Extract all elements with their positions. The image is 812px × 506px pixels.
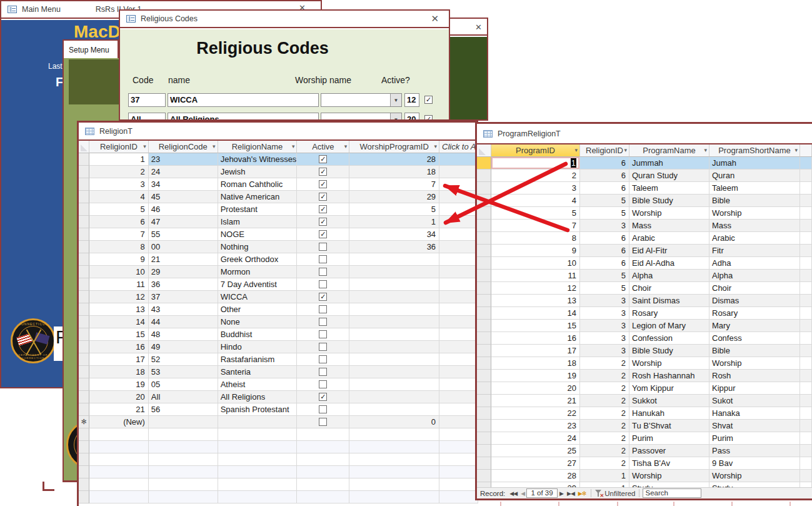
cell[interactable]: Rosary xyxy=(629,307,709,320)
row-selector[interactable] xyxy=(477,382,491,395)
cell[interactable]: 13 xyxy=(491,295,580,307)
cell[interactable]: Alpha xyxy=(629,270,709,282)
active-checkbox[interactable] xyxy=(319,355,327,363)
cell[interactable] xyxy=(439,228,478,241)
table-row[interactable]: 1444None xyxy=(79,316,478,328)
column-header[interactable]: ReligionID▾ xyxy=(89,141,149,153)
cell[interactable]: Bible Study xyxy=(629,345,709,357)
row-selector[interactable] xyxy=(79,366,89,378)
table-row[interactable]: 1853Santeria xyxy=(79,366,478,378)
active-checkbox[interactable] xyxy=(319,368,327,376)
active-checkbox[interactable] xyxy=(319,330,327,338)
row-selector[interactable] xyxy=(79,316,89,328)
cell[interactable]: 28 xyxy=(349,153,439,166)
cell[interactable]: 9 xyxy=(89,253,149,266)
row-selector[interactable] xyxy=(79,478,89,491)
cell[interactable]: Worship xyxy=(709,357,800,370)
cell[interactable]: 18 xyxy=(491,357,580,370)
name-field[interactable]: All Religions xyxy=(168,113,319,121)
cell[interactable]: Arabic xyxy=(629,232,709,245)
row-selector[interactable] xyxy=(79,453,89,466)
row-selector[interactable] xyxy=(79,228,89,241)
cell[interactable]: 34 xyxy=(349,228,439,241)
cell[interactable] xyxy=(349,441,439,453)
active-checkbox[interactable]: ✓ xyxy=(424,96,433,104)
cell[interactable] xyxy=(349,353,439,366)
table-row[interactable]: 106Eid Al-AdhaAdha xyxy=(477,257,812,270)
cell[interactable] xyxy=(349,341,439,353)
table-row[interactable]: 11367 Day Adventist xyxy=(79,278,478,291)
cell[interactable] xyxy=(800,470,812,482)
cell[interactable] xyxy=(349,328,439,341)
cell[interactable]: 13 xyxy=(89,303,149,316)
cell[interactable] xyxy=(149,453,218,466)
table-row[interactable]: ✻(New)0 xyxy=(79,416,478,428)
table-row[interactable]: 222HanukahHanaka xyxy=(477,407,812,420)
cell[interactable] xyxy=(297,328,349,341)
cell[interactable]: Hindo xyxy=(218,341,298,353)
worship-name-combo[interactable]: ▼ xyxy=(321,93,402,107)
row-selector[interactable] xyxy=(477,245,491,257)
cell[interactable]: 2 xyxy=(580,457,629,470)
cell[interactable]: 5 xyxy=(580,282,629,295)
cell[interactable]: Taleem xyxy=(629,182,709,195)
cell[interactable] xyxy=(297,303,349,316)
cell[interactable]: 34 xyxy=(149,178,218,191)
cell[interactable]: 9 xyxy=(491,245,580,257)
cell[interactable] xyxy=(800,407,812,420)
cell[interactable] xyxy=(297,341,349,353)
column-header[interactable]: ProgramID▾ xyxy=(491,144,580,157)
cell[interactable]: 2 xyxy=(580,370,629,382)
row-selector[interactable] xyxy=(477,182,491,195)
cell[interactable]: 2 xyxy=(580,382,629,395)
search-input[interactable]: Search xyxy=(643,488,701,498)
cell[interactable]: Saint Dismas xyxy=(629,295,709,307)
cell[interactable] xyxy=(297,241,349,253)
cell[interactable]: 17 xyxy=(89,353,149,366)
cell[interactable]: 5 xyxy=(580,195,629,207)
cell[interactable] xyxy=(800,357,812,370)
name-field[interactable]: WICCA xyxy=(168,93,319,107)
cell[interactable]: 1 xyxy=(580,482,629,487)
cell[interactable]: Quran xyxy=(709,170,800,182)
cell[interactable] xyxy=(439,366,478,378)
cell[interactable]: Pass xyxy=(709,445,800,457)
cell[interactable]: 25 xyxy=(491,445,580,457)
column-header[interactable]: ProgramShortName▾ xyxy=(709,144,800,157)
cell[interactable] xyxy=(297,253,349,266)
cell[interactable]: Nothing xyxy=(218,241,298,253)
cell[interactable] xyxy=(800,307,812,320)
cell[interactable]: Yom Kippur xyxy=(629,382,709,395)
cell[interactable]: 3 xyxy=(580,345,629,357)
chevron-down-icon[interactable]: ▾ xyxy=(624,147,627,153)
active-checkbox[interactable] xyxy=(319,305,327,313)
cell[interactable]: ✓ xyxy=(297,166,349,178)
cell[interactable] xyxy=(89,478,149,491)
row-selector[interactable] xyxy=(79,278,89,291)
row-selector[interactable] xyxy=(477,395,491,407)
cell[interactable]: 19 xyxy=(89,378,149,391)
cell[interactable]: 3 xyxy=(580,295,629,307)
cell[interactable]: 44 xyxy=(149,316,218,328)
cell[interactable] xyxy=(89,428,149,441)
row-selector[interactable] xyxy=(477,257,491,270)
row-selector[interactable] xyxy=(477,195,491,207)
cell[interactable]: Bible xyxy=(709,195,800,207)
cell[interactable] xyxy=(439,416,478,428)
cell[interactable] xyxy=(297,403,349,416)
cell[interactable] xyxy=(800,144,812,157)
cell[interactable]: Sukot xyxy=(709,395,800,407)
cell[interactable] xyxy=(218,428,298,441)
cell[interactable]: Jehovah's Witnesses xyxy=(218,153,298,166)
cell[interactable] xyxy=(218,453,298,466)
cell[interactable]: 56 xyxy=(149,403,218,416)
record-position[interactable]: 1 of 39 xyxy=(526,488,558,498)
row-selector[interactable] xyxy=(79,378,89,391)
active-checkbox[interactable]: ✓ xyxy=(424,115,433,121)
cell[interactable]: 2 xyxy=(580,357,629,370)
cell[interactable]: None xyxy=(218,316,298,328)
row-selector[interactable] xyxy=(79,328,89,341)
last-record-button[interactable]: ▶◀ xyxy=(567,490,574,497)
close-icon[interactable]: ✕ xyxy=(475,22,482,31)
cell[interactable]: 36 xyxy=(349,241,439,253)
